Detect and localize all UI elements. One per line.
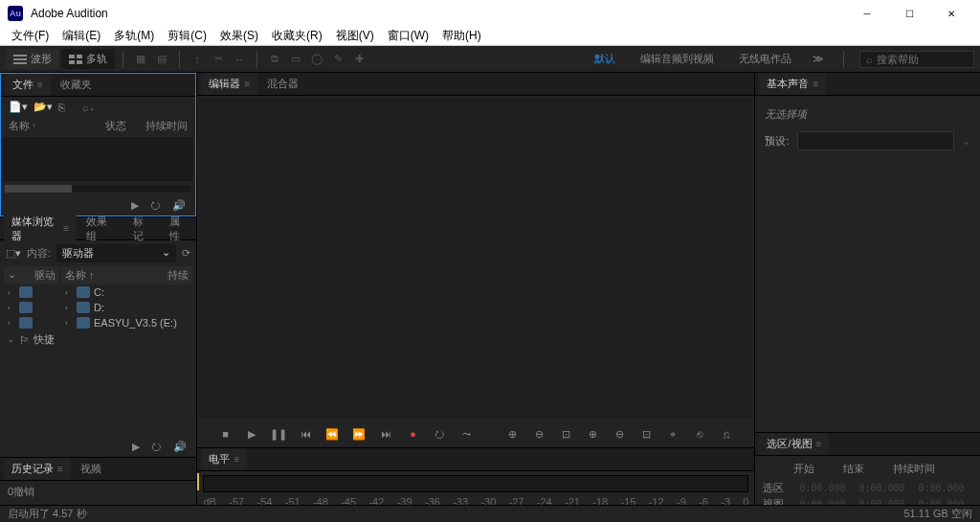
refresh-icon[interactable]: ⟳ bbox=[182, 247, 190, 260]
workspace-more-icon[interactable]: ≫ bbox=[809, 50, 828, 69]
loop-icon[interactable]: ⭮ bbox=[150, 199, 161, 211]
menu-multitrack[interactable]: 多轨(M) bbox=[108, 26, 160, 46]
menu-favorites[interactable]: 收藏夹(R) bbox=[266, 26, 328, 46]
workspace-radio[interactable]: 无线电作品 bbox=[731, 49, 799, 69]
new-file-icon[interactable]: 📄▾ bbox=[9, 101, 28, 113]
list-item[interactable]: ›EASYU_V3.5 (E:) bbox=[61, 315, 192, 330]
heal-icon[interactable]: ✚ bbox=[349, 50, 368, 69]
forward-button[interactable]: ⏩ bbox=[350, 425, 368, 443]
files-filter[interactable]: ⌕▾ bbox=[82, 102, 188, 113]
tree-shortcuts[interactable]: ⌄🏳快捷 bbox=[4, 330, 59, 349]
tree-drive-e[interactable]: › bbox=[4, 315, 59, 330]
list-item[interactable]: ›C: bbox=[61, 284, 192, 300]
sel-start[interactable]: 0:00.000 bbox=[799, 483, 845, 493]
zoom-out-point-icon[interactable]: ⎌ bbox=[718, 425, 735, 443]
panel-menu-icon[interactable]: ≡ bbox=[37, 79, 43, 90]
minimize-button[interactable]: ─ bbox=[846, 0, 888, 27]
tree-drive-d[interactable]: › bbox=[4, 300, 59, 315]
content-dropdown[interactable]: 驱动器⌄ bbox=[56, 244, 176, 262]
tab-selection-view[interactable]: 选区/视图≡ bbox=[759, 433, 829, 455]
preset-dropdown[interactable] bbox=[797, 131, 954, 150]
list-col-duration[interactable]: 持续 bbox=[167, 268, 189, 283]
import-icon[interactable]: ⎘ bbox=[58, 102, 65, 113]
panel-menu-icon[interactable]: ≡ bbox=[816, 439, 822, 449]
move-tool-icon[interactable]: ↕ bbox=[188, 50, 207, 69]
rewind-button[interactable]: ⏪ bbox=[323, 425, 341, 443]
menu-file[interactable]: 文件(F) bbox=[6, 26, 55, 46]
zoom-sel-icon[interactable]: ⌖ bbox=[664, 425, 681, 443]
sel-duration[interactable]: 0:00.000 bbox=[918, 483, 964, 493]
loop-icon[interactable]: ⭮ bbox=[151, 441, 162, 453]
list-item[interactable]: ›D: bbox=[61, 300, 192, 315]
files-list[interactable] bbox=[3, 137, 193, 181]
open-file-icon[interactable]: 📂▾ bbox=[33, 101, 53, 113]
skip-selection-button[interactable]: ⤳ bbox=[457, 425, 475, 443]
autoplay-icon[interactable]: 🔊 bbox=[173, 441, 187, 453]
tab-editor[interactable]: 编辑器≡ bbox=[201, 73, 257, 95]
menu-clip[interactable]: 剪辑(C) bbox=[162, 26, 212, 46]
files-scrollbar[interactable] bbox=[5, 185, 191, 193]
tab-video[interactable]: 视频 bbox=[73, 458, 109, 480]
tab-history[interactable]: 历史记录≡ bbox=[4, 458, 71, 480]
multitrack-mode-button[interactable]: 多轨 bbox=[61, 49, 115, 69]
tab-favorites[interactable]: 收藏夹 bbox=[53, 74, 100, 96]
files-col-duration[interactable]: 持续时间 bbox=[145, 119, 188, 133]
zoom-in-amp-icon[interactable]: ⊕ bbox=[584, 425, 601, 443]
files-col-status[interactable]: 状态 bbox=[105, 119, 126, 133]
maximize-button[interactable]: ☐ bbox=[888, 0, 930, 27]
tree-drive-c[interactable]: › bbox=[4, 284, 59, 300]
panel-menu-icon[interactable]: ≡ bbox=[63, 223, 69, 234]
help-search[interactable]: ⌕ bbox=[859, 51, 974, 68]
menu-edit[interactable]: 编辑(E) bbox=[56, 26, 106, 46]
selection-label: 选区 bbox=[763, 481, 786, 495]
slip-tool-icon[interactable]: ↔ bbox=[230, 50, 249, 69]
prev-button[interactable]: ⏮ bbox=[297, 425, 314, 443]
panel-menu-icon[interactable]: ≡ bbox=[244, 79, 250, 89]
stop-button[interactable]: ■ bbox=[216, 425, 234, 443]
zoom-in-point-icon[interactable]: ⎋ bbox=[691, 425, 708, 443]
play-icon[interactable]: ▶ bbox=[132, 441, 140, 453]
close-button[interactable]: ✕ bbox=[930, 0, 972, 27]
workspace-default[interactable]: 默认 bbox=[587, 49, 623, 69]
marquee-icon[interactable]: ▭ bbox=[286, 50, 305, 69]
panel-menu-icon[interactable]: ≡ bbox=[234, 454, 239, 465]
list-col-name[interactable]: 名称 ↑ bbox=[65, 268, 95, 283]
menu-view[interactable]: 视图(V) bbox=[330, 26, 380, 46]
pause-button[interactable]: ❚❚ bbox=[270, 425, 287, 443]
zoom-reset-icon[interactable]: ⊡ bbox=[557, 425, 574, 443]
record-button[interactable]: ● bbox=[404, 425, 421, 443]
zoom-out-time-icon[interactable]: ⊖ bbox=[530, 425, 547, 443]
spectral-pitch-icon[interactable]: ▤ bbox=[152, 50, 171, 69]
play-button[interactable]: ▶ bbox=[243, 425, 260, 443]
zoom-in-time-icon[interactable]: ⊕ bbox=[503, 425, 521, 443]
help-search-input[interactable] bbox=[877, 54, 968, 65]
sel-end[interactable]: 0:00.000 bbox=[858, 483, 904, 493]
waveform-mode-button[interactable]: 波形 bbox=[6, 49, 59, 69]
tab-files[interactable]: 文件≡ bbox=[5, 74, 51, 96]
next-button[interactable]: ⏭ bbox=[377, 425, 394, 443]
lasso-icon[interactable]: ◯ bbox=[307, 50, 326, 69]
tab-essential-sound[interactable]: 基本声音≡ bbox=[759, 73, 826, 95]
workspace-audio-video[interactable]: 编辑音频到视频 bbox=[633, 49, 722, 69]
files-col-name[interactable]: 名称↑ bbox=[9, 119, 35, 133]
zoom-full-icon[interactable]: ⊡ bbox=[637, 425, 655, 443]
tab-levels[interactable]: 电平≡ bbox=[201, 448, 247, 470]
collapse-icon[interactable]: ⌄ bbox=[8, 268, 16, 283]
razor-tool-icon[interactable]: ✂ bbox=[209, 50, 228, 69]
menu-window[interactable]: 窗口(W) bbox=[382, 26, 434, 46]
panel-menu-icon[interactable]: ≡ bbox=[813, 79, 818, 89]
menu-effects[interactable]: 效果(S) bbox=[214, 26, 264, 46]
media-filter-icon[interactable]: ⬚▾ bbox=[6, 247, 21, 260]
panel-menu-icon[interactable]: ≡ bbox=[57, 464, 63, 474]
time-select-icon[interactable]: ⧉ bbox=[265, 50, 284, 69]
tree-header[interactable]: ⌄ 驱动 bbox=[4, 266, 59, 284]
brush-icon[interactable]: ✎ bbox=[328, 50, 347, 69]
spectral-freq-icon[interactable]: ▦ bbox=[131, 50, 150, 69]
zoom-out-amp-icon[interactable]: ⊖ bbox=[611, 425, 628, 443]
loop-button[interactable]: ⭮ bbox=[431, 425, 448, 443]
svg-rect-0 bbox=[13, 55, 27, 57]
level-meter[interactable] bbox=[203, 475, 748, 492]
menu-help[interactable]: 帮助(H) bbox=[436, 26, 487, 46]
tab-mixer[interactable]: 混合器 bbox=[259, 73, 306, 95]
editor-view[interactable] bbox=[199, 98, 752, 419]
